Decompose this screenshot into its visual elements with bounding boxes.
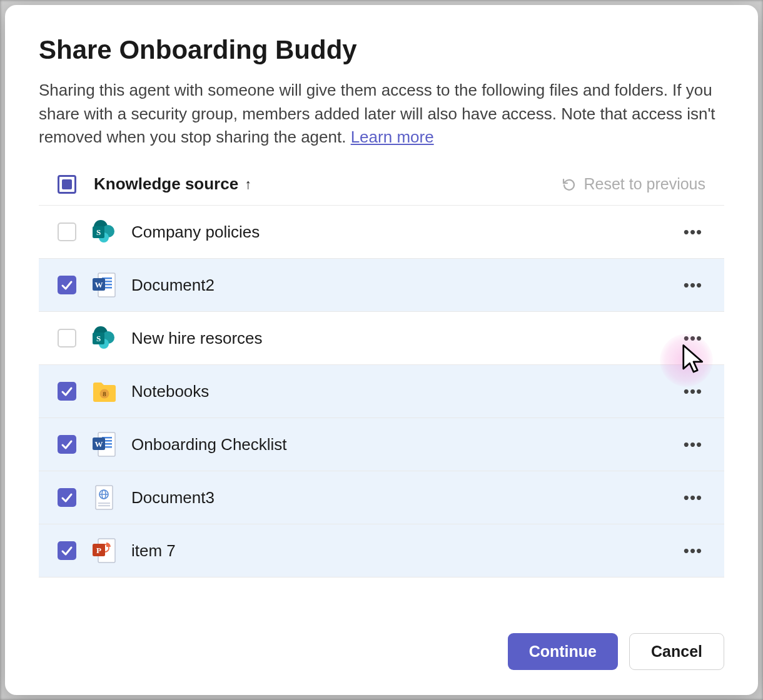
cancel-button[interactable]: Cancel [629,633,724,670]
undo-icon [561,177,576,192]
row-checkbox[interactable] [58,329,76,348]
dialog-title: Share Onboarding Buddy [39,35,724,65]
sharepoint-icon [91,324,116,352]
list-header: Knowledge source ↑ Reset to previous [39,168,724,205]
list-item[interactable]: Company policies••• [39,206,724,259]
row-checkbox[interactable] [58,541,76,560]
more-options-button[interactable]: ••• [680,219,705,244]
row-name: item 7 [131,541,665,561]
column-header-label: Knowledge source [94,174,238,194]
row-name: Notebooks [131,382,665,401]
check-icon [61,279,73,291]
ellipsis-icon: ••• [684,541,702,561]
list-item[interactable]: New hire resorces••• [39,312,724,365]
reset-to-previous-button: Reset to previous [561,175,705,193]
more-options-button[interactable]: ••• [680,379,705,404]
word-icon [91,271,116,299]
dialog-description: Sharing this agent with someone will giv… [39,79,724,149]
check-icon [61,385,73,398]
folder-icon [91,378,116,405]
more-options-button[interactable]: ••• [680,538,705,563]
powerpoint-icon [91,537,116,564]
ellipsis-icon: ••• [684,488,702,508]
more-options-button[interactable]: ••• [680,432,705,457]
list-item[interactable]: Document2••• [39,259,724,312]
row-checkbox[interactable] [58,488,76,507]
continue-button[interactable]: Continue [508,633,618,670]
row-name: Company policies [131,222,665,242]
row-name: New hire resorces [131,329,665,348]
reset-label: Reset to previous [584,175,705,193]
ellipsis-icon: ••• [684,276,702,295]
row-checkbox[interactable] [58,382,76,401]
row-checkbox[interactable] [58,276,76,294]
sort-ascending-icon: ↑ [245,176,251,192]
row-checkbox[interactable] [58,435,76,454]
more-options-button[interactable]: ••• [680,326,705,351]
knowledge-source-list: Company policies•••Document2•••New hire … [39,205,724,616]
list-item[interactable]: Notebooks••• [39,365,724,418]
dialog-footer: Continue Cancel [39,616,724,670]
column-header-name[interactable]: Knowledge source ↑ [94,174,251,194]
row-name: Document2 [131,276,665,295]
row-name: Document3 [131,488,665,508]
list-item[interactable]: item 7••• [39,524,724,578]
learn-more-link[interactable]: Learn more [351,128,434,146]
row-checkbox[interactable] [58,222,76,241]
ellipsis-icon: ••• [684,222,702,242]
check-icon [61,438,73,451]
list-item[interactable]: Onboarding Checklist••• [39,418,724,471]
sharepoint-icon [91,218,116,246]
check-icon [61,544,73,557]
select-all-checkbox[interactable] [58,175,76,194]
list-item[interactable]: Document3••• [39,471,724,524]
more-options-button[interactable]: ••• [680,485,705,510]
ellipsis-icon: ••• [684,382,702,401]
ellipsis-icon: ••• [684,329,702,348]
more-options-button[interactable]: ••• [680,272,705,298]
ellipsis-icon: ••• [684,435,702,454]
row-name: Onboarding Checklist [131,435,665,454]
share-dialog: Share Onboarding Buddy Sharing this agen… [5,5,758,695]
word-icon [91,431,116,458]
web-icon [91,484,116,511]
check-icon [61,491,73,504]
